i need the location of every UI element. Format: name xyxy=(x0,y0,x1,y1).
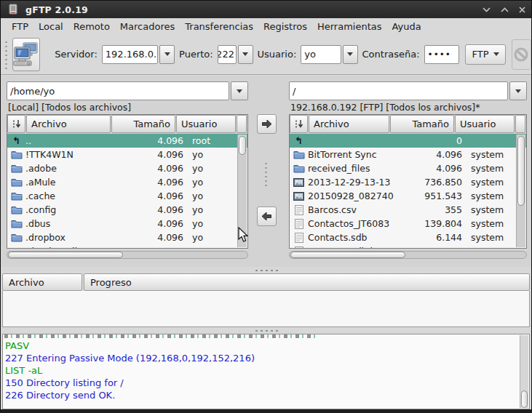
image-file-icon xyxy=(293,178,304,187)
password-input[interactable]: •••• xyxy=(424,45,460,64)
clipped-log-line xyxy=(4,334,317,338)
file-row[interactable]: 2013-12-29-13-13736.850system xyxy=(290,175,526,189)
queue-splitter-handle[interactable] xyxy=(1,267,531,273)
file-row[interactable]: .cache4.096yo xyxy=(7,189,247,203)
file-row[interactable]: ↰0 xyxy=(290,134,526,148)
remote-sort-column-button[interactable] xyxy=(290,115,308,133)
file-name: Barcos.csv xyxy=(308,203,404,217)
file-name: BitTorrent Sync xyxy=(308,148,404,161)
remote-horizontal-scrollbar[interactable] xyxy=(289,251,527,259)
menu-local[interactable]: Local xyxy=(33,20,68,33)
queue-column-progreso[interactable]: Progreso xyxy=(84,273,530,291)
local-column-archivo[interactable]: Archivo xyxy=(26,115,111,133)
protocol-select[interactable]: FTP xyxy=(465,44,505,65)
menu-registros[interactable]: Registros xyxy=(258,20,312,33)
folder-icon xyxy=(11,150,23,159)
remote-horizontal-scrollbar-thumb[interactable] xyxy=(290,252,405,258)
remote-column-tamano[interactable]: Tamaño xyxy=(390,115,454,133)
log-area[interactable]: PASV227 Entering Passive Mode (192,168,0… xyxy=(2,334,530,409)
local-path-input[interactable]: /home/yo xyxy=(7,81,229,100)
mouse-cursor xyxy=(238,227,249,243)
toolbar-grip[interactable] xyxy=(4,40,7,69)
file-row[interactable]: .dropbox4.096yo xyxy=(7,230,247,244)
maximize-button[interactable] xyxy=(501,7,509,12)
stop-button[interactable] xyxy=(512,39,531,70)
file-size: 4.096 xyxy=(125,203,189,217)
file-row[interactable]: .aMule4.096yo xyxy=(7,175,247,189)
log-line: 226 Directory send OK. xyxy=(3,389,529,401)
file-size: 4.096 xyxy=(125,175,189,189)
local-column-usuario[interactable]: Usuario xyxy=(176,115,236,133)
menu-remoto[interactable]: Remoto xyxy=(68,20,115,33)
file-size: 4.096 xyxy=(125,148,189,161)
file-row[interactable]: BitTorrent Sync4.096system xyxy=(290,148,526,161)
remote-path-dropdown-button[interactable] xyxy=(509,81,527,100)
folder-icon xyxy=(11,246,23,248)
file-size: 4.096 xyxy=(125,189,189,203)
remote-vertical-scrollbar-thumb[interactable] xyxy=(517,136,525,206)
file-row[interactable]: received_files4.096system xyxy=(290,161,526,175)
port-dropdown-button[interactable] xyxy=(238,45,253,64)
remote-column-usuario[interactable]: Usuario xyxy=(455,115,515,133)
file-row[interactable]: .dropbox-dist4.096yo xyxy=(7,244,247,248)
local-path-dropdown-button[interactable] xyxy=(231,81,248,100)
file-name: .. xyxy=(25,134,125,148)
file-name: .config xyxy=(25,203,125,217)
gftp-window: gFTP 2.0.19 FTPLocalRemotoMarcadoresTran… xyxy=(0,0,532,413)
local-sort-column-button[interactable] xyxy=(7,115,25,133)
remote-vertical-scrollbar[interactable] xyxy=(516,135,525,247)
menu-herramientas[interactable]: Herramientas xyxy=(312,20,387,33)
file-row[interactable]: Contacts.sdb.jour2.576system xyxy=(290,244,526,248)
log-line: PASV xyxy=(3,340,529,352)
title-bar[interactable]: gFTP 2.0.19 xyxy=(1,1,531,18)
local-vertical-scrollbar-thumb[interactable] xyxy=(239,136,246,155)
user-input[interactable]: yo xyxy=(301,45,341,64)
log-line: LIST -aL xyxy=(3,364,529,377)
file-row[interactable]: Barcos.csv355system xyxy=(290,203,526,217)
user-dropdown-button[interactable] xyxy=(343,45,358,64)
local-column-tamano[interactable]: Tamaño xyxy=(111,115,175,133)
menu-transferencias[interactable]: Transferencias xyxy=(180,20,258,33)
file-size: 736.850 xyxy=(404,175,468,189)
panel-splitter-handle[interactable] xyxy=(264,161,268,186)
local-horizontal-scrollbar[interactable] xyxy=(7,251,248,259)
queue-list[interactable] xyxy=(2,291,530,327)
remote-path-input[interactable]: / xyxy=(289,81,508,100)
log-vertical-scrollbar[interactable] xyxy=(520,335,528,408)
file-row[interactable]: .dbus4.096yo xyxy=(7,217,247,230)
connect-button[interactable] xyxy=(12,38,40,71)
transfer-to-remote-button[interactable] xyxy=(257,114,277,134)
file-name: 20150928_082740 xyxy=(308,189,404,203)
file-name: received_files xyxy=(308,161,404,175)
remote-column-archivo[interactable]: Archivo xyxy=(309,115,389,133)
file-name: Contactos_JT6083 xyxy=(308,217,404,230)
up-arrow-icon: ↰ xyxy=(12,135,20,147)
file-row[interactable]: Contacts.sdb6.144system xyxy=(290,230,526,244)
file-row[interactable]: ↰..4.096root xyxy=(7,134,247,148)
minimize-button[interactable] xyxy=(483,7,491,12)
folder-icon xyxy=(11,177,23,187)
menu-ftp[interactable]: FTP xyxy=(7,20,33,33)
log-splitter-handle[interactable] xyxy=(1,328,531,334)
file-row[interactable]: .adobe4.096yo xyxy=(7,161,247,175)
local-horizontal-scrollbar-thumb[interactable] xyxy=(8,252,123,258)
log-vertical-scrollbar-thumb[interactable] xyxy=(521,390,528,408)
queue-column-archivo[interactable]: Archivo xyxy=(2,273,82,291)
file-row[interactable]: 20150928_082740951.543system xyxy=(290,189,526,203)
file-row[interactable]: !TTK4W1N4.096yo xyxy=(7,148,247,161)
port-input[interactable]: 222 xyxy=(218,45,237,64)
menu-marcadores[interactable]: Marcadores xyxy=(115,20,180,33)
file-row[interactable]: Contactos_JT6083139.804system xyxy=(290,217,526,230)
server-input[interactable]: 192.168.0.192 xyxy=(102,45,159,64)
queue-header: Archivo Progreso xyxy=(2,273,530,291)
chevron-down-icon xyxy=(515,89,521,93)
remote-status-label: 192.168.0.192 [FTP] [Todos los archivos]… xyxy=(289,100,527,113)
close-button[interactable] xyxy=(519,7,525,13)
left-arrow-icon xyxy=(261,212,272,221)
menu-ayuda[interactable]: Ayuda xyxy=(387,20,426,33)
file-name: .dbus xyxy=(25,217,125,230)
file-size: 6.144 xyxy=(404,230,468,244)
file-row[interactable]: .config4.096yo xyxy=(7,203,247,217)
server-dropdown-button[interactable] xyxy=(159,45,175,64)
transfer-to-local-button[interactable] xyxy=(257,206,277,226)
